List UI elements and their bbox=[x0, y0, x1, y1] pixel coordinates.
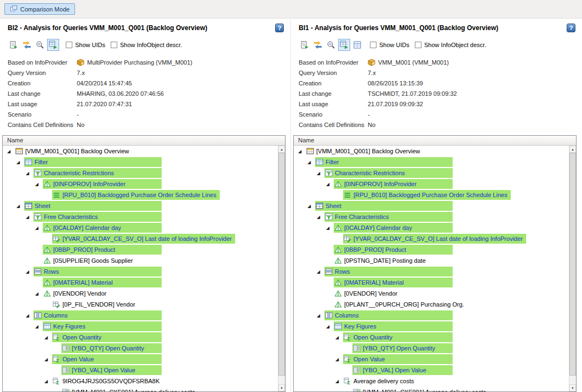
tree-item[interactable]: ◢Σ9IROG4JRJS0GS5OVQDFSRBA8K bbox=[3, 376, 278, 387]
tree-item[interactable]: [0P_FIL_VENDOR] Vendor bbox=[3, 299, 278, 310]
show-uids-checkbox[interactable]: Show UIDs bbox=[370, 42, 409, 48]
tree-node[interactable]: [0MATERIAL] Material bbox=[334, 278, 453, 287]
tree-item[interactable]: ◢[VMM_M001_Q001] Backlog Overview bbox=[3, 146, 278, 157]
help-icon[interactable]: ? bbox=[567, 24, 575, 32]
tree-node[interactable]: [YBO_QTY] Open Quantity bbox=[61, 343, 162, 353]
tree-item[interactable]: [0PLANT__0PURCH_ORG] Purchasing Org. bbox=[294, 299, 569, 310]
tree-node[interactable]: [YBO_VAL] Open Value bbox=[61, 365, 162, 375]
expand-toggle-icon[interactable]: ◢ bbox=[326, 226, 334, 230]
tree-node[interactable]: [0P_FIL_VENDOR] Vendor bbox=[52, 299, 162, 309]
tree-item[interactable]: ◢Characteristic Restrictions bbox=[294, 168, 569, 178]
tree-node[interactable]: [VMM_M001_CKF001] Average delivery costs bbox=[61, 387, 198, 391]
expand-toggle-icon[interactable]: ◢ bbox=[7, 149, 15, 154]
scroll-up-icon[interactable]: ▲ bbox=[278, 146, 285, 153]
vertical-scrollbar[interactable]: ▲ ▼ bbox=[569, 146, 576, 391]
tree-item[interactable]: [0BBP_PROD] Product bbox=[294, 244, 569, 255]
tree-node[interactable]: [VMM_M001_Q001] Backlog Overview bbox=[306, 146, 453, 156]
tree-item[interactable]: ◢[0INFOPROV] InfoProvider bbox=[294, 178, 569, 189]
tree-node[interactable]: Filter bbox=[24, 157, 162, 167]
tree-item[interactable]: ◢[0INFOPROV] InfoProvider bbox=[3, 178, 278, 189]
tree-item[interactable]: ◢ΣOpen Quantity bbox=[294, 332, 569, 343]
tree-node[interactable]: [YVAR_0CALDAY_CE_SV_O] Last date of load… bbox=[343, 234, 526, 244]
expand-toggle-icon[interactable]: ◢ bbox=[326, 324, 334, 329]
tree-item[interactable]: [YBO_QTY] Open Quantity bbox=[294, 343, 569, 354]
tree-node[interactable]: Columns bbox=[33, 310, 162, 320]
display-query-icon[interactable] bbox=[8, 39, 20, 51]
tree-item[interactable]: ◢ΣOpen Value bbox=[294, 354, 569, 365]
tree-item[interactable]: ◢Free Characteristics bbox=[294, 211, 569, 222]
tree-item[interactable]: ◢Free Characteristics bbox=[3, 211, 278, 222]
expand-compare-icon[interactable] bbox=[338, 39, 350, 51]
tree-node[interactable]: Free Characteristics bbox=[324, 212, 453, 222]
expand-toggle-icon[interactable]: ◢ bbox=[26, 313, 33, 318]
expand-toggle-icon[interactable]: ◢ bbox=[26, 269, 33, 274]
expand-toggle-icon[interactable]: ◢ bbox=[44, 379, 52, 384]
tree-node[interactable]: ΣOpen Quantity bbox=[52, 332, 162, 342]
tree-item[interactable]: ◢ΣOpen Value bbox=[3, 354, 278, 365]
tree-node[interactable]: Rows bbox=[324, 267, 453, 276]
scroll-up-icon[interactable]: ▲ bbox=[569, 146, 576, 153]
checkbox-box[interactable] bbox=[415, 42, 421, 48]
tree-node[interactable]: Columns bbox=[324, 310, 453, 320]
tree-item[interactable]: [0BBP_PROD] Product bbox=[3, 244, 278, 255]
tree-item[interactable]: [0PSTNG_DATE] Posting date bbox=[294, 255, 569, 266]
expand-toggle-icon[interactable]: ◢ bbox=[35, 226, 43, 230]
tree-item[interactable]: ◢[0CALDAY] Calendar day bbox=[294, 222, 569, 233]
expand-toggle-icon[interactable]: ◢ bbox=[317, 215, 324, 220]
tree-node[interactable]: [0BBP_PROD] Product bbox=[334, 245, 453, 255]
tree-item[interactable]: [YVAR_0CALDAY_CE_SV_O] Last date of load… bbox=[3, 233, 278, 244]
expand-toggle-icon[interactable]: ◢ bbox=[307, 204, 315, 209]
tree-node[interactable]: Free Characteristics bbox=[33, 212, 162, 222]
expand-toggle-icon[interactable]: ◢ bbox=[16, 160, 24, 165]
tree-node[interactable]: [0MATERIAL] Material bbox=[43, 278, 162, 287]
tree-item[interactable]: ◢Sheet bbox=[294, 200, 569, 211]
tree-node[interactable]: ΣOpen Value bbox=[52, 354, 162, 364]
expand-toggle-icon[interactable]: ◢ bbox=[26, 215, 33, 220]
scroll-down-icon[interactable]: ▼ bbox=[278, 384, 285, 391]
tree-item[interactable]: [YVAR_0CALDAY_CE_SV_O] Last date of load… bbox=[294, 233, 569, 244]
expand-compare-icon[interactable] bbox=[47, 39, 59, 51]
expand-toggle-icon[interactable]: ◢ bbox=[326, 182, 334, 187]
expand-toggle-icon[interactable]: ◢ bbox=[335, 357, 343, 362]
transfer-icon[interactable] bbox=[312, 39, 324, 51]
tree-node[interactable]: [RPU_B010] Backlogged Purchase Order Sch… bbox=[343, 190, 511, 200]
expand-toggle-icon[interactable]: ◢ bbox=[26, 171, 33, 176]
tree-item[interactable]: [VMM_M001_CKF001] Average delivery costs bbox=[3, 387, 278, 391]
show-uids-checkbox[interactable]: Show UIDs bbox=[66, 42, 105, 48]
tree-item[interactable]: [VMM_M001_CKF001] Average delivery costs bbox=[294, 387, 569, 391]
expand-toggle-icon[interactable]: ◢ bbox=[307, 160, 315, 165]
tree-node[interactable]: [0INFOPROV] InfoProvider bbox=[43, 179, 162, 189]
tree-node[interactable]: [0SUPPLIER] Goods Supplier bbox=[43, 256, 162, 266]
tree-item[interactable]: [0MATERIAL] Material bbox=[3, 277, 278, 288]
tree-node[interactable]: [YBO_QTY] Open Quantity bbox=[352, 343, 453, 353]
tree-node[interactable]: Rows bbox=[33, 267, 162, 276]
tree-node[interactable]: Characteristic Restrictions bbox=[324, 168, 453, 178]
tree-item[interactable]: ◢[0VENDOR] Vendor bbox=[3, 288, 278, 299]
tree-item[interactable]: [YBO_VAL] Open Value bbox=[294, 365, 569, 376]
expand-toggle-icon[interactable]: ◢ bbox=[317, 269, 324, 274]
expand-toggle-icon[interactable]: ◢ bbox=[335, 335, 343, 340]
checkbox-box[interactable] bbox=[66, 42, 72, 48]
expand-toggle-icon[interactable]: ◢ bbox=[44, 335, 52, 340]
tree-node[interactable]: Key Figures bbox=[43, 321, 162, 331]
expand-toggle-icon[interactable]: ◢ bbox=[16, 204, 24, 209]
show-infoobject-descr-checkbox[interactable]: Show InfoObject descr. bbox=[415, 42, 486, 48]
tree-node[interactable]: [YBO_VAL] Open Value bbox=[352, 365, 453, 375]
scrollbar-thumb[interactable] bbox=[278, 153, 285, 376]
tree-node[interactable]: [0VENDOR] Vendor bbox=[334, 289, 453, 298]
zoom-icon[interactable] bbox=[34, 39, 46, 51]
tree-item[interactable]: [RPU_B010] Backlogged Purchase Order Sch… bbox=[294, 189, 569, 200]
tree-node[interactable]: [RPU_B010] Backlogged Purchase Order Sch… bbox=[52, 190, 220, 200]
show-infoobject-descr-checkbox[interactable]: Show InfoObject descr. bbox=[111, 42, 182, 48]
scroll-down-icon[interactable]: ▼ bbox=[569, 384, 576, 391]
tree-node[interactable]: [VMM_M001_CKF001] Average delivery costs bbox=[352, 387, 489, 391]
expand-toggle-icon[interactable]: ◢ bbox=[35, 324, 43, 329]
tree-node[interactable]: [0PLANT__0PURCH_ORG] Purchasing Org. bbox=[334, 299, 467, 309]
expand-toggle-icon[interactable]: ◢ bbox=[317, 313, 324, 318]
tree-item[interactable]: [0VENDOR] Vendor bbox=[294, 288, 569, 299]
tree-node[interactable]: ΣOpen Value bbox=[343, 354, 453, 364]
tree-node[interactable]: [0BBP_PROD] Product bbox=[43, 245, 162, 255]
tree-item[interactable]: ◢[0CALDAY] Calendar day bbox=[3, 222, 278, 233]
tree-item[interactable]: [YBO_QTY] Open Quantity bbox=[3, 343, 278, 354]
tree-node[interactable]: [0CALDAY] Calendar day bbox=[43, 223, 162, 233]
